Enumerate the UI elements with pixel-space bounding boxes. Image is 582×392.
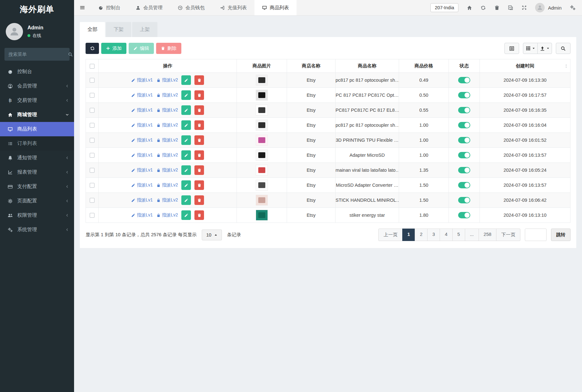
sort-icon[interactable] bbox=[564, 64, 568, 68]
add-button[interactable]: 添加 bbox=[101, 43, 126, 54]
settings-cogs-icon[interactable] bbox=[570, 5, 576, 11]
assign-lv2-link[interactable]: 指派Lv2 bbox=[156, 182, 178, 188]
hamburger-icon[interactable] bbox=[74, 0, 91, 15]
topbar-tab-控制台[interactable]: 控制台 bbox=[91, 0, 128, 15]
row-checkbox[interactable] bbox=[90, 138, 94, 143]
fullscreen-icon[interactable] bbox=[522, 5, 527, 10]
status-toggle[interactable] bbox=[458, 107, 470, 113]
select-all-checkbox[interactable] bbox=[90, 64, 94, 69]
row-checkbox[interactable] bbox=[90, 78, 94, 83]
filter-tab-上架[interactable]: 上架 bbox=[132, 22, 157, 37]
row-edit-button[interactable] bbox=[181, 180, 191, 190]
home-icon[interactable] bbox=[467, 5, 472, 11]
assign-lv2-link[interactable]: 指派Lv2 bbox=[156, 212, 178, 218]
search-input[interactable] bbox=[8, 52, 68, 57]
sidebar-item-支付配置[interactable]: 支付配置 bbox=[0, 179, 74, 194]
detail-view-button[interactable] bbox=[504, 43, 519, 54]
row-delete-button[interactable] bbox=[194, 165, 204, 175]
page-size-select[interactable]: 10 bbox=[202, 230, 222, 240]
status-toggle[interactable] bbox=[458, 152, 470, 158]
translate-icon[interactable] bbox=[508, 5, 513, 11]
sidebar-item-会员管理[interactable]: 会员管理 bbox=[0, 79, 74, 93]
column-header-创建时间[interactable]: 创建时间 bbox=[480, 59, 571, 73]
row-edit-button[interactable] bbox=[181, 195, 191, 205]
status-toggle[interactable] bbox=[458, 212, 470, 218]
search-button[interactable] bbox=[556, 43, 571, 54]
export-button[interactable] bbox=[537, 43, 552, 54]
assign-lv2-link[interactable]: 指派Lv2 bbox=[156, 167, 178, 173]
row-checkbox[interactable] bbox=[90, 183, 94, 188]
sidebar-item-订单列表[interactable]: 订单列表 bbox=[0, 136, 74, 151]
search-icon[interactable] bbox=[68, 52, 73, 57]
assign-lv1-link[interactable]: 指派Lv1 bbox=[131, 182, 153, 188]
assign-lv2-link[interactable]: 指派Lv2 bbox=[156, 77, 178, 83]
page-item-上一页[interactable]: 上一页 bbox=[378, 229, 403, 241]
page-item-5[interactable]: 5 bbox=[452, 229, 465, 241]
region-badge[interactable]: 207-India bbox=[430, 3, 458, 12]
assign-lv1-link[interactable]: 指派Lv1 bbox=[131, 152, 153, 158]
refresh-button[interactable] bbox=[86, 43, 99, 54]
row-delete-button[interactable] bbox=[194, 180, 204, 190]
assign-lv2-link[interactable]: 指派Lv2 bbox=[156, 107, 178, 113]
status-toggle[interactable] bbox=[458, 167, 470, 173]
status-toggle[interactable] bbox=[458, 92, 470, 98]
page-item-下一页[interactable]: 下一页 bbox=[496, 229, 520, 241]
row-delete-button[interactable] bbox=[194, 90, 204, 100]
topbar-tab-充值列表[interactable]: 充值列表 bbox=[212, 0, 254, 15]
row-delete-button[interactable] bbox=[194, 210, 204, 220]
sidebar-item-商品列表[interactable]: 商品列表 bbox=[0, 122, 74, 136]
trash-icon[interactable] bbox=[494, 5, 500, 11]
sidebar-item-权限管理[interactable]: 权限管理 bbox=[0, 208, 74, 222]
row-delete-button[interactable] bbox=[194, 75, 204, 85]
row-checkbox[interactable] bbox=[90, 153, 94, 158]
page-jump-input[interactable] bbox=[525, 229, 547, 241]
row-delete-button[interactable] bbox=[194, 195, 204, 205]
status-toggle[interactable] bbox=[458, 137, 470, 143]
page-item-3[interactable]: 3 bbox=[427, 229, 440, 241]
assign-lv1-link[interactable]: 指派Lv1 bbox=[131, 197, 153, 203]
row-edit-button[interactable] bbox=[181, 150, 191, 160]
status-toggle[interactable] bbox=[458, 197, 470, 203]
assign-lv2-link[interactable]: 指派Lv2 bbox=[156, 92, 178, 98]
sidebar-item-通知管理[interactable]: 通知管理 bbox=[0, 151, 74, 165]
sidebar-item-系统管理[interactable]: 系统管理 bbox=[0, 222, 74, 237]
row-edit-button[interactable] bbox=[181, 105, 191, 115]
row-delete-button[interactable] bbox=[194, 120, 204, 130]
sidebar-item-商城管理[interactable]: 商城管理 bbox=[0, 108, 74, 122]
status-toggle[interactable] bbox=[458, 182, 470, 188]
assign-lv2-link[interactable]: 指派Lv2 bbox=[156, 152, 178, 158]
sidebar-item-交易管理[interactable]: B 交易管理 bbox=[0, 93, 74, 108]
row-checkbox[interactable] bbox=[90, 108, 94, 113]
assign-lv2-link[interactable]: 指派Lv2 bbox=[156, 122, 178, 128]
row-checkbox[interactable] bbox=[90, 198, 94, 203]
row-delete-button[interactable] bbox=[194, 135, 204, 145]
filter-tab-全部[interactable]: 全部 bbox=[80, 22, 105, 37]
row-checkbox[interactable] bbox=[90, 213, 94, 218]
status-toggle[interactable] bbox=[458, 77, 470, 83]
page-item-...[interactable]: ... bbox=[465, 229, 479, 241]
assign-lv2-link[interactable]: 指派Lv2 bbox=[156, 197, 178, 203]
page-item-258[interactable]: 258 bbox=[479, 229, 496, 241]
row-checkbox[interactable] bbox=[90, 123, 94, 128]
page-item-4[interactable]: 4 bbox=[440, 229, 452, 241]
row-edit-button[interactable] bbox=[181, 210, 191, 220]
row-delete-button[interactable] bbox=[194, 105, 204, 115]
row-delete-button[interactable] bbox=[194, 150, 204, 160]
row-edit-button[interactable] bbox=[181, 90, 191, 100]
status-toggle[interactable] bbox=[458, 122, 470, 128]
topbar-user[interactable]: Admin bbox=[535, 3, 562, 12]
filter-tab-下架[interactable]: 下架 bbox=[106, 22, 131, 37]
columns-button[interactable] bbox=[523, 43, 538, 54]
row-edit-button[interactable] bbox=[181, 120, 191, 130]
assign-lv1-link[interactable]: 指派Lv1 bbox=[131, 107, 153, 113]
page-item-1[interactable]: 1 bbox=[402, 229, 415, 241]
page-jump-button[interactable]: 跳转 bbox=[551, 229, 571, 241]
row-edit-button[interactable] bbox=[181, 165, 191, 175]
edit-button[interactable]: 编辑 bbox=[129, 43, 154, 54]
topbar-tab-商品列表[interactable]: 商品列表 bbox=[254, 0, 297, 15]
assign-lv1-link[interactable]: 指派Lv1 bbox=[131, 92, 153, 98]
row-checkbox[interactable] bbox=[90, 168, 94, 173]
delete-button[interactable]: 删除 bbox=[156, 43, 181, 54]
row-edit-button[interactable] bbox=[181, 135, 191, 145]
assign-lv1-link[interactable]: 指派Lv1 bbox=[131, 77, 153, 83]
